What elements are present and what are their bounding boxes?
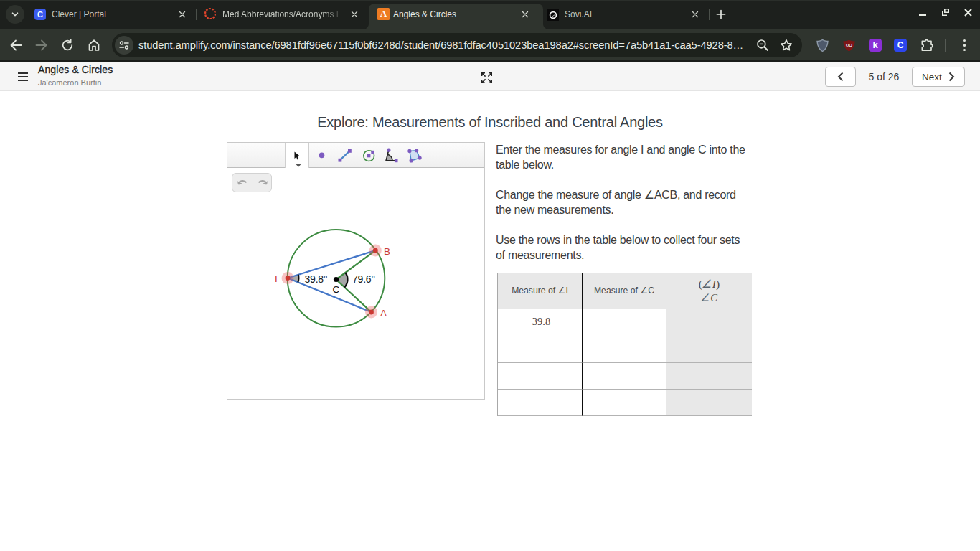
svg-text:79.6°: 79.6° [352,273,375,285]
svg-text:UO: UO [846,42,852,47]
svg-text:A: A [380,308,387,319]
svg-text:I: I [275,273,278,284]
svg-text:C: C [333,284,340,295]
svg-text:39.8°: 39.8° [305,273,328,285]
svg-text:B: B [384,246,390,257]
